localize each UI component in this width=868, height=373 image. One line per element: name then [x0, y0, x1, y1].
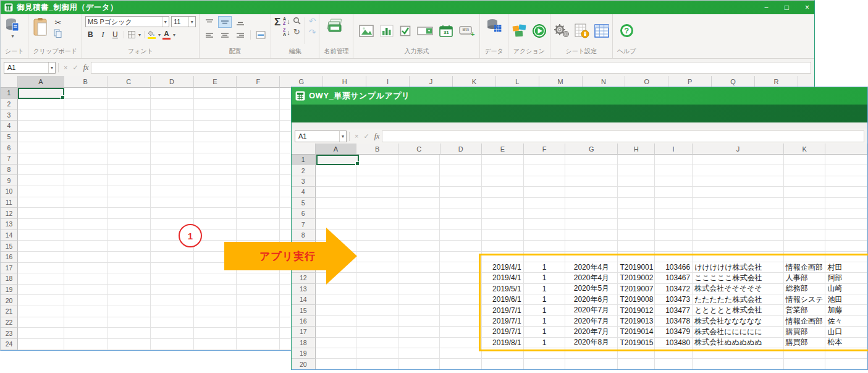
cell[interactable] — [440, 230, 482, 241]
cell[interactable] — [18, 121, 64, 132]
cell[interactable] — [440, 359, 482, 369]
cell[interactable] — [825, 241, 867, 251]
cell[interactable] — [151, 142, 194, 153]
row-header-18[interactable]: 18 — [292, 338, 316, 348]
cell[interactable] — [18, 263, 64, 274]
cell[interactable] — [64, 153, 107, 165]
cell[interactable] — [356, 187, 398, 197]
cell[interactable] — [64, 99, 107, 110]
cell[interactable] — [194, 186, 237, 197]
row-header-8[interactable]: 8 — [1, 165, 18, 176]
cell[interactable] — [194, 165, 237, 176]
column-header-E[interactable]: E — [194, 76, 237, 88]
cell[interactable] — [107, 99, 151, 110]
cell[interactable] — [825, 219, 867, 229]
cell[interactable] — [825, 165, 867, 176]
action-shapes-button[interactable] — [512, 24, 528, 38]
cell[interactable] — [398, 219, 440, 229]
cell[interactable] — [440, 155, 482, 165]
cell[interactable] — [18, 339, 64, 350]
cell[interactable] — [64, 241, 107, 252]
font-color-button[interactable]: A ▾ — [162, 30, 175, 40]
cell[interactable] — [565, 208, 618, 219]
cell[interactable] — [107, 339, 151, 350]
cell[interactable] — [237, 121, 280, 132]
column-header-J[interactable]: J — [693, 144, 784, 155]
row-header-17[interactable]: 17 — [1, 263, 18, 274]
cell[interactable] — [398, 316, 440, 327]
cell[interactable] — [693, 359, 784, 369]
cell[interactable] — [618, 155, 655, 165]
cell[interactable] — [18, 306, 64, 317]
row-header-10[interactable]: 10 — [1, 186, 18, 197]
cell[interactable] — [18, 208, 64, 219]
cell[interactable] — [356, 305, 398, 315]
row-header-5[interactable]: 5 — [1, 132, 18, 143]
column-header-L[interactable] — [825, 144, 867, 155]
fill-color-button[interactable]: ▾ — [148, 30, 161, 39]
cell[interactable] — [18, 317, 64, 328]
cell[interactable] — [151, 263, 194, 274]
column-header-G[interactable]: G — [565, 144, 618, 155]
cell[interactable] — [356, 208, 398, 219]
insert-function-button[interactable]: fx — [374, 132, 380, 141]
cell[interactable] — [398, 273, 440, 283]
cell[interactable] — [316, 294, 357, 305]
column-header-D[interactable]: D — [440, 144, 482, 155]
refresh-button[interactable]: ↻ — [293, 27, 300, 36]
cell[interactable] — [194, 208, 237, 219]
cell[interactable] — [107, 186, 151, 197]
cell[interactable] — [825, 198, 867, 208]
row-header-7[interactable]: 7 — [1, 153, 18, 165]
cell[interactable] — [398, 327, 440, 337]
insert-function-button[interactable]: fx — [83, 63, 89, 72]
cell[interactable] — [64, 230, 107, 241]
cell[interactable] — [655, 198, 693, 208]
cell[interactable] — [64, 285, 107, 296]
cell[interactable] — [194, 273, 237, 285]
cell[interactable] — [107, 142, 151, 153]
cell[interactable] — [18, 142, 64, 153]
cell[interactable] — [107, 153, 151, 165]
cell[interactable] — [18, 153, 64, 165]
cell[interactable] — [107, 241, 151, 252]
cell[interactable] — [194, 197, 237, 208]
cell[interactable] — [237, 165, 280, 176]
cell[interactable] — [440, 176, 482, 187]
cell[interactable] — [237, 88, 280, 99]
cell[interactable] — [565, 230, 618, 241]
cell[interactable] — [18, 241, 64, 252]
sheet-protect-button[interactable] — [575, 24, 589, 38]
cell[interactable] — [356, 284, 398, 294]
font-size-select[interactable]: 11▾ — [171, 16, 196, 27]
cell[interactable] — [440, 241, 482, 251]
cell[interactable] — [64, 273, 107, 285]
cell[interactable] — [18, 175, 64, 186]
align-top-button[interactable] — [203, 16, 216, 28]
redo-button[interactable]: ↷ — [309, 27, 316, 37]
column-header-F[interactable]: F — [237, 76, 280, 88]
insert-combobox-button[interactable] — [417, 26, 433, 36]
cell[interactable] — [64, 317, 107, 328]
run-app-button[interactable] — [532, 24, 547, 38]
minimize-button[interactable]: − — [764, 3, 769, 12]
cell[interactable] — [356, 294, 398, 305]
cell[interactable] — [655, 208, 693, 219]
cell[interactable] — [356, 219, 398, 229]
cell[interactable] — [64, 339, 107, 350]
cell[interactable] — [316, 284, 357, 294]
cell[interactable] — [440, 327, 482, 337]
row-header-9[interactable]: 9 — [1, 175, 18, 186]
maximize-button[interactable]: □ — [785, 3, 789, 12]
cell[interactable] — [524, 187, 566, 197]
row-header-13[interactable]: 13 — [1, 219, 18, 230]
cell[interactable] — [398, 176, 440, 187]
cell[interactable] — [440, 338, 482, 348]
cell[interactable] — [64, 132, 107, 143]
row-header-20[interactable]: 20 — [292, 359, 316, 369]
cell[interactable] — [398, 165, 440, 176]
cell[interactable] — [482, 187, 524, 197]
cut-button[interactable]: ✂ — [53, 17, 63, 27]
cell[interactable] — [618, 187, 655, 197]
cell[interactable] — [356, 252, 398, 262]
